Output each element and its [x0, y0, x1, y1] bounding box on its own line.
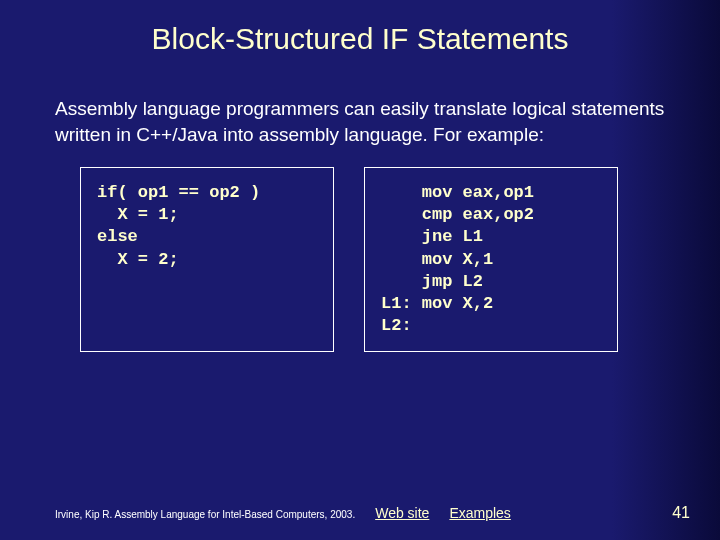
page-number: 41	[672, 504, 690, 522]
footer: Irvine, Kip R. Assembly Language for Int…	[55, 504, 690, 522]
website-link[interactable]: Web site	[375, 505, 429, 521]
code-container: if( op1 == op2 ) X = 1; else X = 2; mov …	[80, 167, 665, 352]
code-box-cpp: if( op1 == op2 ) X = 1; else X = 2;	[80, 167, 334, 352]
code-box-asm: mov eax,op1 cmp eax,op2 jne L1 mov X,1 j…	[364, 167, 618, 352]
slide-title: Block-Structured IF Statements	[0, 0, 720, 56]
citation-text: Irvine, Kip R. Assembly Language for Int…	[55, 509, 355, 520]
examples-link[interactable]: Examples	[449, 505, 510, 521]
slide-body-text: Assembly language programmers can easily…	[55, 96, 665, 147]
